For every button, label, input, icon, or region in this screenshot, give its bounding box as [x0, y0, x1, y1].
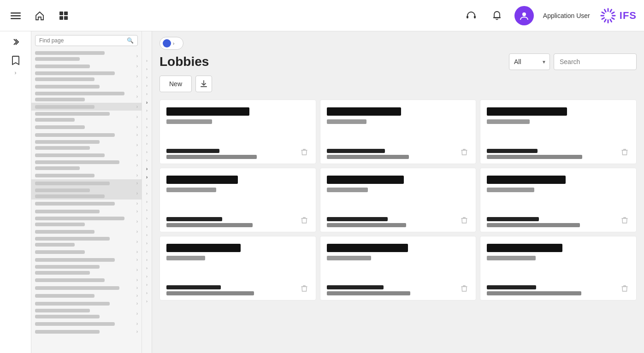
filter-select[interactable]: All Active Inactive [509, 53, 550, 70]
delete-lobby-button[interactable] [620, 215, 630, 227]
lobby-card[interactable] [480, 100, 637, 164]
nav-arrow-icon: › [142, 281, 152, 289]
chevron-right-icon: › [135, 285, 140, 290]
list-item[interactable]: › [31, 320, 142, 328]
svg-line-16 [610, 19, 612, 22]
nav-arrow-icon: › [142, 106, 152, 115]
list-item[interactable]: › [31, 187, 142, 200]
search-input[interactable] [554, 53, 637, 70]
nav-arrow-icon: › [142, 98, 152, 106]
home-button[interactable] [31, 7, 48, 24]
lobby-card[interactable] [160, 168, 316, 232]
nav-arrow-icon: › [142, 165, 152, 173]
nav-arrow-icon: › [142, 198, 152, 206]
lobby-card[interactable] [160, 236, 316, 300]
list-item[interactable]: › [31, 207, 142, 215]
svg-rect-23 [201, 86, 207, 87]
lobby-card-line1-bar [487, 217, 538, 221]
new-button[interactable]: New [160, 76, 192, 92]
list-item[interactable]: › [31, 62, 142, 70]
list-item[interactable]: › [31, 248, 142, 256]
chevron-right-icon: › [135, 249, 140, 254]
svg-point-10 [522, 12, 526, 16]
delete-lobby-button[interactable] [620, 147, 630, 159]
chevron-right-icon: › [135, 191, 140, 196]
lobby-card-line2-bar [487, 291, 581, 295]
lobby-card-line2-bar [166, 223, 253, 227]
lobby-card-subtitle-bar [487, 188, 534, 192]
lobby-card-subtitle-bar [327, 119, 367, 124]
delete-lobby-button[interactable] [459, 147, 469, 159]
list-item[interactable]: › [31, 82, 142, 90]
bookmark-icon[interactable] [12, 55, 20, 68]
grid-button[interactable] [55, 7, 72, 24]
list-item[interactable]: › [31, 235, 142, 248]
expand-collapse-button[interactable] [11, 37, 21, 47]
list-item[interactable]: › [31, 228, 142, 235]
list-item[interactable]: › [31, 139, 142, 151]
chevron-right-icon: › [135, 124, 140, 129]
list-item[interactable]: › [31, 90, 142, 103]
delete-lobby-button[interactable] [299, 283, 309, 295]
lobby-card-line1-bar [327, 217, 388, 221]
list-item[interactable]: › [31, 159, 142, 171]
nav-arrow-icon: › [142, 256, 152, 264]
nav-arrow-icon: › [142, 65, 152, 73]
delete-lobby-button[interactable] [459, 283, 469, 295]
list-item[interactable]: › [31, 123, 142, 131]
lobby-card-title-bar [487, 107, 567, 116]
user-avatar[interactable] [514, 6, 534, 25]
list-item[interactable]: › [31, 50, 142, 62]
nav-items-list: ›››››››››››››››››››››››››››››› [31, 50, 142, 335]
export-button[interactable] [195, 76, 212, 92]
svg-rect-2 [11, 18, 21, 19]
svg-rect-0 [11, 12, 21, 14]
lobby-card[interactable] [160, 100, 316, 164]
list-item[interactable]: › [31, 256, 142, 264]
filter-wrapper: All Active Inactive ▼ [509, 53, 550, 70]
chevron-right-icon: › [135, 229, 140, 234]
list-item[interactable]: › [31, 179, 142, 187]
delete-lobby-button[interactable] [299, 147, 309, 159]
list-item[interactable]: › [31, 111, 142, 123]
chevron-right-icon: › [135, 104, 140, 109]
nav-arrow-icon: › [142, 247, 152, 256]
lobby-card[interactable] [320, 168, 477, 232]
list-item[interactable]: › [31, 292, 142, 300]
list-item[interactable]: › [31, 300, 142, 307]
headset-button[interactable] [463, 7, 479, 24]
delete-lobby-button[interactable] [459, 215, 469, 227]
list-item[interactable]: › [31, 103, 142, 111]
delete-lobby-button[interactable] [620, 283, 630, 295]
lobby-card[interactable] [480, 236, 637, 300]
svg-line-12 [610, 9, 612, 12]
user-name: Application User [543, 12, 590, 19]
list-item[interactable]: › [31, 200, 142, 207]
list-item[interactable]: › [31, 276, 142, 284]
list-item[interactable]: › [31, 70, 142, 82]
lobby-card-title-bar [487, 244, 562, 252]
view-toggle[interactable]: › [160, 37, 183, 50]
delete-lobby-button[interactable] [299, 215, 309, 227]
chevron-right-icon: › [135, 329, 140, 334]
lobby-card[interactable] [320, 100, 477, 164]
list-item[interactable]: › [31, 264, 142, 276]
lobby-card-line2-bar [166, 155, 257, 159]
list-item[interactable]: › [31, 151, 142, 159]
hamburger-menu-button[interactable] [7, 7, 24, 24]
find-page-input[interactable] [39, 37, 125, 44]
lobby-card[interactable] [480, 168, 637, 232]
list-item[interactable]: › [31, 328, 142, 335]
list-item[interactable]: › [31, 284, 142, 292]
list-item[interactable]: › [31, 215, 142, 228]
list-item[interactable]: › [31, 171, 142, 179]
list-item[interactable]: › [31, 131, 142, 139]
lobby-card-subtitle-bar [166, 256, 205, 260]
chevron-right-icon: › [135, 153, 140, 158]
list-item[interactable]: › [31, 307, 142, 320]
notifications-button[interactable] [489, 7, 505, 24]
nav-arrow-icon: › [142, 115, 152, 123]
lobby-card-line1-bar [487, 285, 536, 289]
lobby-card[interactable] [320, 236, 477, 300]
chevron-right-icon: › [135, 163, 140, 168]
